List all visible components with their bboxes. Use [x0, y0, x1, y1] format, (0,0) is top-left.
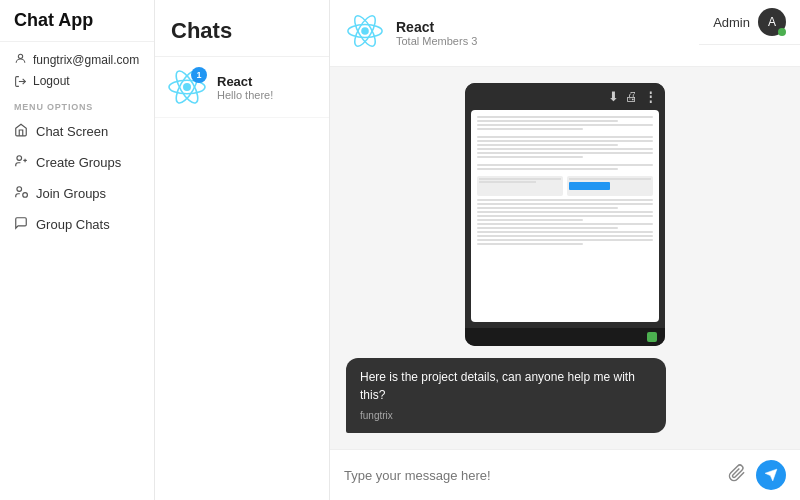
menu-options-label: MENU OPTIONS: [0, 92, 154, 116]
attach-button[interactable]: [728, 464, 746, 487]
sidebar-item-join-groups[interactable]: Join Groups: [0, 178, 154, 209]
sidebar: Chat App fungtrix@gmail.com Logout MENU …: [0, 0, 155, 500]
join-groups-icon: [14, 185, 28, 202]
chat-item-react[interactable]: 1 React Hello there!: [155, 57, 329, 118]
send-button[interactable]: [756, 460, 786, 490]
bubble-sender: fungtrix: [360, 408, 652, 423]
group-chats-icon: [14, 216, 28, 233]
user-section: fungtrix@gmail.com Logout: [0, 42, 154, 92]
doc-bottom-bar: [465, 328, 665, 346]
user-email-text: fungtrix@gmail.com: [33, 53, 139, 67]
message-input-area: [330, 449, 800, 500]
more-options-icon[interactable]: ⋮: [644, 89, 657, 104]
chats-title: Chats: [155, 0, 329, 57]
chats-panel: Chats 1 React Hello there!: [155, 0, 330, 500]
members-count: Total Members 3: [396, 35, 477, 47]
svg-point-0: [18, 54, 22, 58]
svg-point-6: [23, 193, 28, 198]
sidebar-item-create-groups-label: Create Groups: [36, 155, 121, 170]
chat-info: React Hello there!: [217, 74, 273, 101]
logout-button[interactable]: Logout: [14, 74, 70, 88]
sidebar-item-group-chats-label: Group Chats: [36, 217, 110, 232]
doc-bottom-icon: [647, 332, 657, 342]
main-area: Chats 1 React Hello there! Admin A: [155, 0, 800, 500]
svg-point-11: [361, 27, 369, 35]
chat-header-avatar: [346, 12, 384, 54]
messages-area: ⬇ 🖨 ⋮: [330, 67, 800, 449]
sidebar-item-group-chats[interactable]: Group Chats: [0, 209, 154, 240]
user-icon: [14, 52, 27, 68]
chat-name: React: [217, 74, 273, 89]
print-icon[interactable]: 🖨: [625, 89, 638, 104]
message-bubble: Here is the project details, can anyone …: [346, 358, 666, 433]
app-title: Chat App: [0, 0, 154, 42]
sidebar-item-join-groups-label: Join Groups: [36, 186, 106, 201]
admin-label: Admin: [713, 15, 750, 30]
svg-point-5: [17, 187, 22, 192]
doc-toolbar: ⬇ 🖨 ⋮: [465, 83, 665, 110]
document-preview: [471, 110, 659, 322]
home-icon: [14, 123, 28, 140]
sidebar-nav: Chat Screen Create Groups Join Groups Gr…: [0, 116, 154, 240]
chat-preview: Hello there!: [217, 89, 273, 101]
online-indicator: [778, 28, 786, 36]
download-icon[interactable]: ⬇: [608, 89, 619, 104]
sidebar-item-chat-screen[interactable]: Chat Screen: [0, 116, 154, 147]
create-groups-icon: [14, 154, 28, 171]
chat-badge: 1: [191, 67, 207, 83]
svg-point-2: [17, 156, 22, 161]
message-input[interactable]: [344, 468, 718, 483]
sidebar-item-create-groups[interactable]: Create Groups: [0, 147, 154, 178]
chat-avatar-react: 1: [167, 67, 207, 107]
svg-point-7: [183, 83, 191, 91]
admin-avatar-container: A: [758, 8, 786, 36]
document-card: ⬇ 🖨 ⋮: [465, 83, 665, 346]
chat-window: Admin A React Total Members 3: [330, 0, 800, 500]
chat-header-info: React Total Members 3: [396, 19, 477, 47]
bubble-text: Here is the project details, can anyone …: [360, 368, 652, 404]
user-email-row: fungtrix@gmail.com: [14, 52, 140, 68]
sidebar-item-chat-screen-label: Chat Screen: [36, 124, 108, 139]
admin-bar: Admin A: [699, 0, 800, 45]
group-name: React: [396, 19, 477, 35]
